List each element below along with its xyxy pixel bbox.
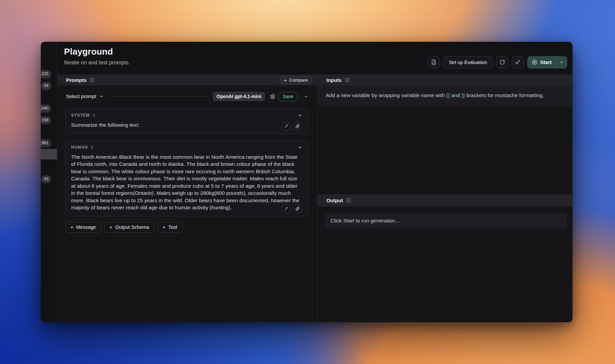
info-circle-icon[interactable] <box>345 78 350 83</box>
message-role-label: SYSTEM <box>71 113 90 118</box>
mustache-open-braces: {{ <box>446 92 450 98</box>
prompt-canvas-button[interactable] <box>282 122 291 131</box>
prompt-footer-actions: + Message + Output Schema + Tool <box>65 222 309 233</box>
panels-container: Prompts + Compare Select prompt <box>57 74 573 322</box>
file-text-icon <box>431 59 437 65</box>
gear-icon <box>270 94 275 99</box>
start-button[interactable]: Start <box>527 56 567 68</box>
message-card-human: HUMAN The North American Black Bear is t… <box>65 140 309 216</box>
setup-evaluation-button[interactable]: Set up Evaluation <box>443 56 493 68</box>
key-icon <box>515 59 521 65</box>
paperclip-icon <box>295 206 300 211</box>
page-header: Playground Iterate on and test prompts. … <box>57 42 573 74</box>
background-table-highlighted-row <box>41 149 57 159</box>
prompt-row-collapse[interactable] <box>303 94 309 99</box>
page-title: Playground <box>64 47 130 57</box>
message-tools <box>282 204 302 213</box>
add-message-label: Message <box>76 224 96 230</box>
paperclip-icon <box>295 124 300 128</box>
message-collapse-chevron[interactable] <box>297 113 303 118</box>
setup-evaluation-label: Set up Evaluation <box>449 60 487 65</box>
output-panel-title: Output <box>326 198 343 203</box>
token-count-badge: 3,225 <box>41 70 51 78</box>
token-count-badge: 93 <box>41 175 51 183</box>
token-count-badge: 158 <box>41 116 51 124</box>
wand-icon <box>284 124 289 128</box>
message-role-row: HUMAN <box>71 145 303 150</box>
message-card-system: SYSTEM Summarize the following text: <box>65 108 309 134</box>
plus-icon: + <box>163 224 166 230</box>
compare-button[interactable]: + Compare <box>280 76 312 84</box>
output-panel-header: Output <box>318 194 573 206</box>
prompts-panel: Prompts + Compare Select prompt <box>57 75 318 322</box>
message-text[interactable]: Summarize the following text: <box>71 121 303 129</box>
page-subtitle: Iterate on and test prompts. <box>64 60 130 66</box>
attach-file-button[interactable] <box>293 204 302 213</box>
api-key-button[interactable] <box>512 56 524 68</box>
chevron-down-icon <box>99 94 104 99</box>
message-role-label: HUMAN <box>71 145 88 150</box>
save-button[interactable]: Save <box>279 92 297 101</box>
hint-prefix: Add a new variable by wrapping variable … <box>326 92 446 98</box>
inputs-panel-body <box>318 106 573 194</box>
refresh-icon <box>499 59 505 65</box>
add-tool-label: Tool <box>168 224 177 230</box>
output-panel-body: Click Start to run generation... <box>318 206 573 322</box>
message-role-row: SYSTEM <box>71 113 303 118</box>
chevron-down-icon <box>303 94 309 99</box>
view-code-button[interactable] <box>428 56 440 68</box>
prompt-config-row: Select prompt OpenAI gpt-4.1-mini <box>65 91 309 102</box>
add-message-button[interactable]: + Message <box>65 222 101 233</box>
token-count-badge: 3,040 <box>41 104 51 113</box>
token-count-badge: 2,961 <box>41 139 51 147</box>
output-placeholder-box: Click Start to run generation... <box>325 213 567 229</box>
select-prompt-dropdown[interactable]: Select prompt <box>65 92 106 101</box>
chevron-down-icon <box>559 60 564 64</box>
info-circle-icon[interactable] <box>346 198 351 203</box>
start-options-dropdown[interactable] <box>556 57 567 68</box>
prompts-panel-title: Prompts <box>66 77 87 83</box>
header-toolbar: Set up Evaluation <box>428 50 567 74</box>
playground-main: Playground Iterate on and test prompts. … <box>57 42 573 322</box>
chevrons-up-down-icon[interactable] <box>90 145 94 150</box>
attach-file-button[interactable] <box>293 122 302 131</box>
chevrons-up-down-icon[interactable] <box>92 113 96 118</box>
prompts-panel-header: Prompts + Compare <box>57 75 317 85</box>
plus-icon: + <box>110 224 113 230</box>
inputs-hint-text: Add a new variable by wrapping variable … <box>318 85 573 106</box>
play-circle-icon <box>532 59 537 65</box>
info-circle-icon[interactable] <box>90 78 95 83</box>
background-table-sliver: 3,225 54 3,040 158 2,961 93 <box>41 42 57 322</box>
hint-middle: and <box>450 92 461 98</box>
refresh-button[interactable] <box>496 56 508 68</box>
connector-line <box>109 96 207 97</box>
inputs-panel-header: Inputs <box>318 75 573 85</box>
message-collapse-chevron[interactable] <box>297 145 303 150</box>
inputs-panel-title: Inputs <box>326 77 342 83</box>
compare-button-label: Compare <box>289 78 308 83</box>
start-button-label: Start <box>540 59 552 65</box>
plus-icon: + <box>70 224 74 230</box>
mustache-close-braces: }} <box>461 92 465 98</box>
desktop-wallpaper: 3,225 54 3,040 158 2,961 93 Playground I… <box>0 0 615 364</box>
playground-window: 3,225 54 3,040 158 2,961 93 Playground I… <box>41 42 573 322</box>
start-button-main[interactable]: Start <box>528 57 556 68</box>
prompts-panel-body: Select prompt OpenAI gpt-4.1-mini <box>57 85 317 233</box>
model-settings-button[interactable] <box>268 92 277 101</box>
io-panel: Inputs Add a new variable by wrapping va… <box>318 75 573 322</box>
prompt-canvas-button[interactable] <box>282 204 291 213</box>
add-tool-button[interactable]: + Tool <box>157 222 182 233</box>
select-prompt-label: Select prompt <box>66 94 96 99</box>
token-count-badge: 54 <box>41 82 51 90</box>
model-badge[interactable]: OpenAI gpt-4.1-mini <box>213 92 265 101</box>
message-tools <box>282 122 302 131</box>
page-header-titles: Playground Iterate on and test prompts. <box>64 47 130 74</box>
output-placeholder-text: Click Start to run generation... <box>330 218 400 224</box>
add-output-schema-button[interactable]: + Output Schema <box>105 222 154 233</box>
hint-suffix: brackets for mustache formatting. <box>465 92 544 98</box>
wand-icon <box>284 206 289 211</box>
add-output-schema-label: Output Schema <box>115 224 149 230</box>
plus-icon: + <box>284 78 287 83</box>
message-text[interactable]: The North American Black Bear is the mos… <box>71 153 303 211</box>
